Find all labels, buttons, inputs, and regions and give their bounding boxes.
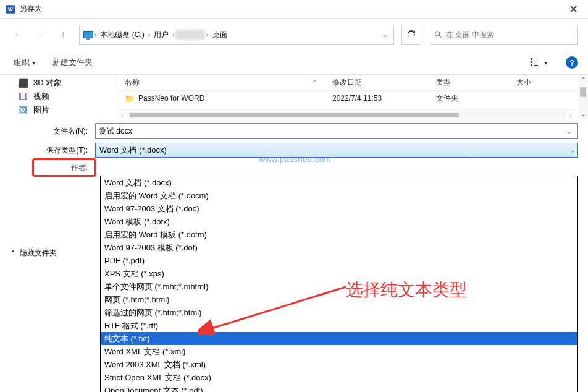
- savetype-dropdown[interactable]: Word 文档 (*.docx)启用宏的 Word 文档 (*.docm)Wor…: [100, 176, 578, 392]
- chevron-right-icon: ›: [147, 32, 151, 38]
- toolbar: 组织▾ 新建文件夹 ▾ ?: [0, 51, 588, 75]
- new-folder-button[interactable]: 新建文件夹: [49, 54, 96, 70]
- sidebar-item-videos[interactable]: 🎞视频: [0, 90, 117, 103]
- savetype-option[interactable]: Word 97-2003 模板 (*.dot): [101, 241, 578, 254]
- search-box[interactable]: [430, 25, 578, 45]
- savetype-option[interactable]: 单个文件网页 (*.mht;*.mhtml): [101, 280, 578, 293]
- svg-text:W: W: [8, 7, 13, 12]
- savetype-option[interactable]: Word XML 文档 (*.xml): [101, 345, 578, 358]
- close-icon[interactable]: ✕: [564, 2, 583, 16]
- savetype-option[interactable]: Word 97-2003 文档 (*.doc): [101, 202, 578, 215]
- savetype-option[interactable]: PDF (*.pdf): [101, 254, 578, 267]
- author-label: 作者:: [10, 163, 90, 173]
- file-list-header: 名称⌃ 修改日期 类型 大小: [117, 75, 578, 91]
- organize-button[interactable]: 组织▾: [10, 54, 39, 70]
- savetype-option[interactable]: OpenDocument 文本 (*.odt): [101, 384, 578, 392]
- filename-row: 文件名(N): ⌵: [0, 119, 588, 139]
- search-icon: [434, 30, 442, 39]
- nav-bar: ← → ↑ › 本地磁盘 (C:) › 用户 › › 桌面 ⌵: [0, 19, 588, 51]
- cube-icon: ⬛: [17, 77, 28, 88]
- savetype-option[interactable]: RTF 格式 (*.rtf): [101, 319, 578, 332]
- explorer-area: ⬛3D 对象 🎞视频 🖼图片 名称⌃ 修改日期 类型 大小 📁PassNeo f…: [0, 75, 588, 119]
- hide-folders-toggle[interactable]: ⌃ 隐藏文件夹: [10, 248, 57, 258]
- savetype-option[interactable]: Strict Open XML 文档 (*.docx): [101, 371, 578, 384]
- svg-rect-9: [534, 65, 538, 66]
- refresh-button[interactable]: [401, 25, 421, 45]
- view-icon: [531, 58, 542, 67]
- hide-folders-label: 隐藏文件夹: [20, 248, 57, 258]
- window-title: 另存为: [20, 4, 564, 14]
- column-label: 名称: [125, 77, 140, 88]
- chevron-up-icon: ⌃: [10, 249, 16, 258]
- savetype-value: Word 文档 (*.docx): [99, 145, 167, 156]
- chevron-down-icon: ⌵: [571, 147, 575, 155]
- column-size[interactable]: 大小: [509, 77, 552, 88]
- savetype-option[interactable]: 网页 (*.htm;*.html): [101, 293, 578, 306]
- file-type: 文件夹: [429, 93, 509, 104]
- savetype-label: 保存类型(T):: [10, 145, 90, 156]
- savetype-option[interactable]: 纯文本 (*.txt): [101, 332, 578, 345]
- chevron-down-icon[interactable]: ⌵: [563, 127, 575, 135]
- sidebar-item-label: 视频: [33, 91, 49, 102]
- organize-label: 组织: [14, 57, 30, 68]
- sidebar-item-3d-objects[interactable]: ⬛3D 对象: [0, 76, 117, 90]
- savetype-option[interactable]: 启用宏的 Word 文档 (*.docm): [101, 189, 578, 202]
- horizontal-scrollbar[interactable]: ‹ ›: [117, 109, 576, 119]
- savetype-row: 保存类型(T): Word 文档 (*.docx) ⌵: [0, 139, 588, 158]
- chevron-right-icon: ›: [93, 32, 98, 38]
- svg-rect-6: [531, 61, 532, 63]
- sidebar-item-label: 图片: [33, 104, 49, 116]
- savetype-combo[interactable]: Word 文档 (*.docx) ⌵: [95, 143, 578, 158]
- breadcrumb[interactable]: › 本地磁盘 (C:) › 用户 › › 桌面 ⌵: [79, 25, 394, 45]
- savetype-option[interactable]: 启用宏的 Word 模板 (*.dotm): [101, 228, 578, 241]
- scroll-left-icon[interactable]: ‹: [117, 111, 127, 118]
- folder-icon: 📁: [125, 94, 135, 103]
- table-row[interactable]: 📁PassNeo for WORD 2022/7/4 11:53 文件夹: [117, 91, 578, 106]
- svg-point-2: [435, 32, 440, 36]
- breadcrumb-user-blurred[interactable]: [175, 30, 205, 40]
- scroll-right-icon[interactable]: ›: [566, 111, 576, 118]
- column-date[interactable]: 修改日期: [325, 77, 429, 88]
- svg-line-3: [439, 36, 441, 38]
- sidebar-item-pictures[interactable]: 🖼图片: [0, 103, 117, 117]
- savetype-option[interactable]: Word 文档 (*.docx): [101, 176, 578, 189]
- word-app-icon: W: [5, 4, 16, 15]
- file-date: 2022/7/4 11:53: [325, 94, 429, 103]
- scroll-up-icon[interactable]: ⌃: [578, 75, 588, 85]
- savetype-option[interactable]: XPS 文档 (*.xps): [101, 267, 578, 280]
- savetype-option[interactable]: Word 模板 (*.dotx): [101, 215, 578, 228]
- chevron-right-icon: ›: [205, 32, 209, 38]
- scroll-down-icon[interactable]: ⌄: [578, 109, 588, 119]
- breadcrumb-desktop[interactable]: 桌面: [210, 30, 230, 40]
- breadcrumb-dropdown-icon[interactable]: ⌵: [379, 30, 391, 39]
- filename-input[interactable]: [99, 127, 574, 135]
- chevron-down-icon: ▾: [32, 59, 35, 66]
- view-options-button[interactable]: ▾: [527, 56, 551, 69]
- breadcrumb-users[interactable]: 用户: [151, 30, 171, 40]
- sidebar: ⬛3D 对象 🎞视频 🖼图片: [0, 75, 117, 119]
- column-name[interactable]: 名称⌃: [117, 77, 325, 88]
- file-name: PassNeo for WORD: [138, 94, 204, 103]
- svg-rect-7: [534, 62, 538, 62]
- svg-rect-5: [534, 59, 538, 59]
- help-button[interactable]: ?: [566, 56, 578, 69]
- nav-back-icon[interactable]: ←: [10, 26, 27, 43]
- sidebar-item-label: 3D 对象: [33, 77, 62, 88]
- file-list: 名称⌃ 修改日期 类型 大小 📁PassNeo for WORD 2022/7/…: [117, 75, 578, 119]
- search-input[interactable]: [446, 30, 574, 39]
- column-type[interactable]: 类型: [429, 77, 509, 88]
- nav-up-icon[interactable]: ↑: [54, 26, 72, 43]
- breadcrumb-drive[interactable]: 本地磁盘 (C:): [98, 30, 146, 40]
- sort-indicator-icon: ⌃: [313, 79, 317, 86]
- vertical-scrollbar[interactable]: ⌃ ⌄: [578, 75, 588, 119]
- film-icon: 🎞: [17, 91, 28, 102]
- svg-rect-8: [531, 64, 532, 66]
- filename-field[interactable]: ⌵: [95, 123, 578, 139]
- titlebar: W 另存为 ✕: [0, 0, 588, 19]
- nav-forward-icon: →: [32, 26, 49, 43]
- chevron-right-icon: ›: [171, 32, 175, 38]
- savetype-option[interactable]: 筛选过的网页 (*.htm;*.html): [101, 306, 578, 319]
- filename-label: 文件名(N):: [10, 126, 90, 137]
- refresh-icon: [406, 30, 416, 40]
- savetype-option[interactable]: Word 2003 XML 文档 (*.xml): [101, 358, 578, 371]
